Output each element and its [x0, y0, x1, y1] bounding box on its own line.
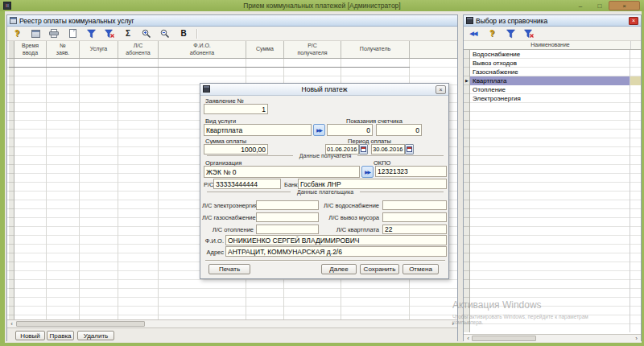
- filter-clear-icon[interactable]: [104, 28, 115, 39]
- column-header-rs[interactable]: Р/С получателя: [284, 41, 341, 58]
- app-titlebar[interactable]: Прием коммунальных платежей [Администрат…: [0, 0, 644, 11]
- new-button[interactable]: Новый: [15, 331, 45, 340]
- select-back-icon[interactable]: ◀◀: [468, 28, 479, 39]
- ls-gas-field[interactable]: [256, 212, 319, 222]
- reference-close-icon[interactable]: ×: [629, 17, 638, 25]
- grid-header: Время ввода № заяв. Услуга Л/С абонента …: [7, 41, 457, 59]
- filter-icon[interactable]: [505, 28, 516, 39]
- list-item[interactable]: Водоснабжение: [470, 50, 630, 59]
- properties-icon[interactable]: [30, 28, 41, 39]
- scroll-right-icon[interactable]: ›: [633, 335, 640, 342]
- account-field[interactable]: [213, 179, 281, 189]
- toolbar-separator: [196, 29, 197, 39]
- reference-list[interactable]: ▶ Водоснабжение Вывоз отходов Газоснабже…: [464, 50, 641, 332]
- reference-row-selector: ▶: [464, 50, 470, 332]
- help-icon[interactable]: ?: [11, 28, 23, 39]
- button-divider: [205, 260, 445, 262]
- scroll-left-icon[interactable]: ‹: [8, 320, 15, 327]
- organization-field[interactable]: [204, 166, 360, 178]
- close-button[interactable]: ×: [609, 1, 640, 10]
- registry-footer: Новый Правка Удалить: [7, 327, 457, 342]
- dialog-title: Новый платеж: [200, 84, 448, 96]
- cancel-button[interactable]: Отмена: [402, 264, 439, 274]
- grid-hscrollbar[interactable]: ‹ ›: [7, 319, 457, 327]
- column-header-app-no[interactable]: № заяв.: [47, 41, 80, 58]
- list-item[interactable]: Электроэнергия: [470, 94, 630, 103]
- delete-button[interactable]: Удалить: [77, 331, 114, 340]
- registry-window-icon: [10, 17, 17, 24]
- meter-value1-field[interactable]: [327, 124, 373, 136]
- column-header-service[interactable]: Услуга: [80, 41, 118, 58]
- print-button[interactable]: Печать: [208, 264, 250, 274]
- column-header-account[interactable]: Л/С абонента: [118, 41, 159, 58]
- sum-icon[interactable]: Σ: [122, 28, 134, 39]
- reference-name-column: Водоснабжение Вывоз отходов Газоснабжени…: [470, 50, 630, 332]
- address-label: Адрес: [202, 249, 224, 256]
- current-row-marker: ▶: [464, 76, 470, 85]
- column-header-fio[interactable]: Ф.И.О. абонента: [159, 41, 246, 58]
- ls-electricity-field[interactable]: [256, 200, 319, 210]
- filter-icon[interactable]: [85, 28, 97, 39]
- edit-button[interactable]: Правка: [47, 331, 74, 340]
- dialog-close-icon[interactable]: ×: [436, 85, 446, 94]
- service-lookup-button[interactable]: ▶▶: [313, 124, 325, 136]
- list-item[interactable]: Отопление: [470, 85, 630, 94]
- ls-gas-label: Л/С газоснабжение: [202, 214, 254, 221]
- meter-value2-field[interactable]: [376, 124, 422, 136]
- app-title: Прием коммунальных платежей [Администрат…: [0, 0, 644, 11]
- minimize-button[interactable]: –: [575, 1, 586, 10]
- organization-lookup-button[interactable]: ▶▶: [361, 166, 374, 178]
- save-button[interactable]: Сохранить: [360, 264, 399, 274]
- column-header-recipient[interactable]: Получатель: [341, 41, 410, 58]
- ls-water-label: Л/С водоснабжение: [318, 202, 379, 209]
- list-item[interactable]: Газоснабжение: [470, 68, 630, 76]
- maximize-button[interactable]: □: [594, 1, 605, 10]
- reference-panel: Выбор из справочника × ◀◀ ? Наименование…: [463, 14, 642, 341]
- recipient-section-divider: Данные получателя: [204, 153, 447, 159]
- row-selector-column: [9, 59, 14, 319]
- reference-titlebar[interactable]: Выбор из справочника ×: [464, 15, 641, 27]
- scroll-left-icon[interactable]: ‹: [464, 335, 472, 342]
- focused-cell: [630, 76, 641, 85]
- bank-label: Банк: [284, 181, 298, 188]
- payer-section-divider: Данные плательщика: [204, 189, 447, 195]
- copy-icon[interactable]: [67, 28, 78, 39]
- fio-field[interactable]: [225, 235, 447, 245]
- scroll-right-icon[interactable]: ›: [449, 320, 456, 327]
- scroll-thumb[interactable]: [472, 336, 536, 341]
- ls-rent-label: Л/С квартплата: [318, 226, 379, 233]
- ls-rent-field[interactable]: [382, 224, 447, 234]
- bold-icon[interactable]: B: [178, 28, 189, 39]
- column-header-time[interactable]: Время ввода: [14, 41, 47, 58]
- list-item-selected[interactable]: Квартплата: [470, 76, 630, 85]
- ls-water-field[interactable]: [382, 200, 447, 210]
- reference-hscrollbar[interactable]: ‹ ›: [464, 334, 641, 342]
- address-field[interactable]: [225, 246, 447, 257]
- next-button[interactable]: Далее: [321, 264, 357, 274]
- application-no-field[interactable]: [204, 104, 268, 114]
- reference-toolbar: ◀◀ ?: [464, 27, 641, 41]
- zoom-out-icon[interactable]: [159, 28, 171, 39]
- column-header-sum[interactable]: Сумма: [246, 41, 284, 58]
- registry-title: Реестр оплаты коммунальных услуг: [19, 17, 134, 25]
- account-label: Р/С: [204, 181, 214, 188]
- ls-heating-label: Л/С отопление: [202, 226, 254, 233]
- service-type-field[interactable]: [204, 124, 312, 136]
- ls-garbage-field[interactable]: [382, 212, 447, 222]
- scroll-thumb[interactable]: [16, 321, 145, 327]
- list-item[interactable]: Вывоз отходов: [470, 59, 630, 68]
- ls-heating-field[interactable]: [256, 224, 319, 234]
- dialog-titlebar[interactable]: Новый платеж ×: [200, 84, 448, 96]
- bank-field[interactable]: [298, 179, 447, 189]
- zoom-in-icon[interactable]: [141, 28, 152, 39]
- help-icon[interactable]: ?: [486, 28, 497, 39]
- reference-title: Выбор из справочника: [476, 17, 547, 25]
- column-header-empty: [410, 41, 456, 58]
- registry-titlebar[interactable]: Реестр оплаты коммунальных услуг: [7, 15, 457, 27]
- ls-garbage-label: Л/С вывоз мусора: [318, 214, 379, 221]
- okpo-field[interactable]: [375, 166, 447, 177]
- filter-clear-icon[interactable]: [523, 28, 535, 39]
- registry-toolbar: ? Σ B: [7, 27, 457, 41]
- print-icon[interactable]: [48, 28, 60, 39]
- reference-column-header[interactable]: Наименование: [464, 41, 641, 50]
